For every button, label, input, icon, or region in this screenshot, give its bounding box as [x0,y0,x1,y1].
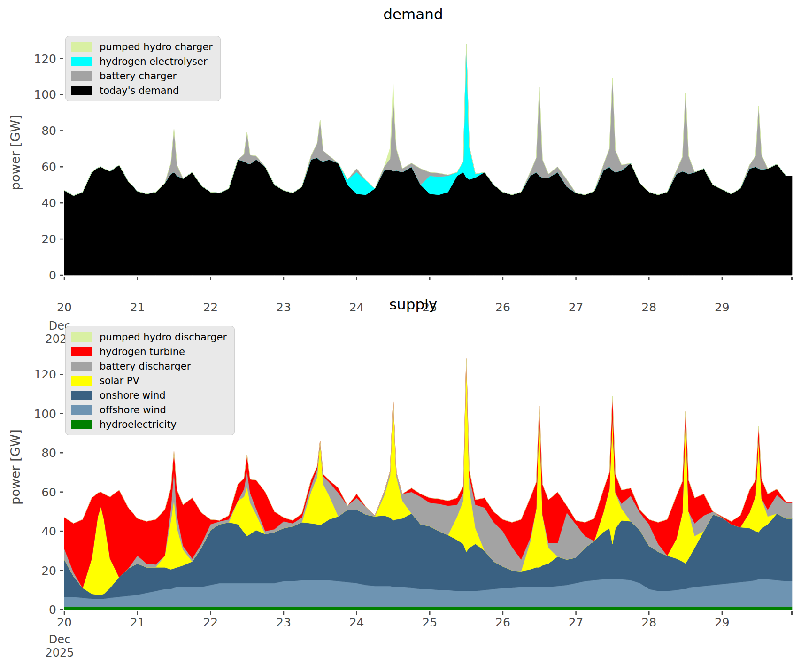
area-hydroelectricity [64,607,792,610]
supply-month-label: Dec [35,633,84,646]
demand-chart-title: demand [383,6,443,23]
supply-year-label: 2025 [35,646,84,659]
legend-item-pumped-hydro-charger: pumped hydro charger [71,39,213,54]
demand-y-axis-label: power [GW] [8,59,23,247]
legend-swatch-offshore-wind [71,405,92,415]
x-tick-label: 21 [130,616,145,629]
x-tick-label: 24 [349,616,364,629]
legend-swatch-hydrogen-turbine [71,347,92,356]
y-tick-label: 0 [49,603,56,617]
y-tick-label: 80 [41,446,56,460]
legend-swatch-pumped-hydro-charger [71,42,92,52]
legend-item-hydrogen-turbine: hydrogen turbine [71,344,227,359]
legend-label: pumped hydro discharger [100,332,227,343]
legend-label: hydrogen electrolyser [100,56,208,67]
legend-label: battery discharger [100,361,191,372]
legend-label: hydrogen turbine [100,346,185,357]
legend-swatch-hydroelectricity [71,420,92,429]
legend-swatch-hydrogen-electrolyser [71,57,92,66]
legend-swatch-solar-pv [71,376,92,386]
legend-item-battery-discharger: battery discharger [71,359,227,373]
legend-item-hydroelectricity: hydroelectricity [71,417,227,432]
legend-label: pumped hydro charger [100,41,213,53]
legend-label: offshore wind [100,404,166,416]
legend-swatch-battery-charger [71,71,92,81]
legend-item-battery-charger: battery charger [71,69,213,83]
supply-legend: pumped hydro dischargerhydrogen turbineb… [65,326,235,435]
x-tick-label: 25 [422,616,437,629]
y-tick-label: 100 [34,407,56,421]
legend-label: onshore wind [100,390,166,401]
legend-label: today's demand [100,85,179,96]
legend-swatch-battery-discharger [71,362,92,371]
legend-item-offshore-wind: offshore wind [71,402,227,417]
legend-swatch-onshore-wind [71,391,92,400]
x-tick-label: 23 [276,616,291,629]
legend-item-today-s-demand: today's demand [71,83,213,98]
legend-swatch-today-s-demand [71,86,92,95]
x-tick-label: 29 [715,616,730,629]
supply-chart-title: supply [389,296,437,313]
supply-x-axis-date-label: Dec 2025 [35,633,84,659]
y-tick-label: 40 [41,525,56,538]
x-tick-label: 28 [641,616,656,629]
legend-label: hydroelectricity [100,419,177,430]
legend-label: battery charger [100,70,177,82]
figure: 02040608010012020212223242526272829 0204… [0,0,801,672]
legend-swatch-pumped-hydro-discharger [71,332,92,342]
legend-item-solar-pv: solar PV [71,373,227,388]
x-tick-label: 20 [57,616,72,629]
legend-item-hydrogen-electrolyser: hydrogen electrolyser [71,54,213,69]
demand-legend: pumped hydro chargerhydrogen electrolyse… [65,36,221,101]
x-tick-label: 26 [495,616,510,629]
x-tick-label: 22 [203,616,218,629]
legend-item-onshore-wind: onshore wind [71,388,227,402]
y-tick-label: 120 [34,368,56,381]
y-tick-label: 20 [41,564,56,578]
x-tick-label: 27 [569,616,584,629]
y-tick-label: 60 [41,486,56,499]
legend-item-pumped-hydro-discharger: pumped hydro discharger [71,330,227,344]
supply-y-axis-label: power [GW] [8,373,23,561]
legend-label: solar PV [100,375,139,386]
